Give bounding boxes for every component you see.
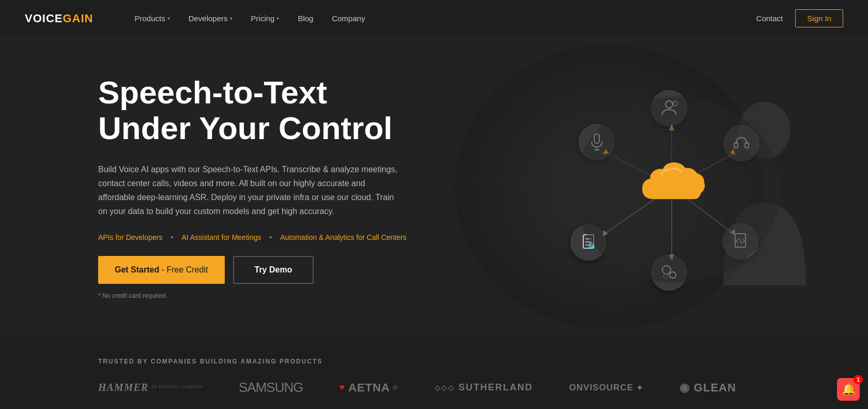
microphone-node <box>579 124 615 160</box>
svg-point-26 <box>670 272 676 278</box>
svg-rect-13 <box>594 134 599 143</box>
hero-quick-links: APIs for Developers • AI Assistant for M… <box>98 233 407 241</box>
svg-point-27 <box>663 274 668 278</box>
hero-section: Speech-to-Text Under Your Control Build … <box>0 37 868 337</box>
hero-title: Speech-to-Text Under Your Control <box>98 75 407 145</box>
nav-item-products[interactable]: Products ▾ <box>134 14 169 23</box>
logo-glean: ◉ Glean <box>679 381 736 395</box>
document-node <box>570 224 607 261</box>
chevron-down-icon: ▾ <box>167 16 170 21</box>
logo-onvisource: OnviSource ✦ <box>569 383 643 393</box>
navbar: VOICEGAIN Products ▾ Developers ▾ Pricin… <box>0 0 868 37</box>
logo-gain: GAIN <box>63 12 93 25</box>
svg-point-17 <box>673 101 677 105</box>
get-started-button[interactable]: Get Started - Free Credit <box>98 256 225 284</box>
get-started-label-strong: Get Started <box>115 265 159 274</box>
no-credit-note: * No credit card required. <box>98 292 407 299</box>
trusted-label: TRUSTED BY COMPANIES BUILDING AMAZING PR… <box>98 358 770 365</box>
chevron-down-icon: ▾ <box>230 16 233 21</box>
trusted-logos: HAMMER An Infosys Company SAMSUNG ♥ aetn… <box>98 380 770 396</box>
svg-point-16 <box>665 101 673 108</box>
cloud-icon <box>628 158 716 217</box>
logo-aetna: ♥ aetna ® <box>339 381 398 395</box>
contact-link[interactable]: Contact <box>756 14 783 23</box>
person-node <box>651 90 687 126</box>
logo-voice: VOICE <box>25 12 63 25</box>
notification-badge[interactable]: 🔔 <box>837 378 860 401</box>
hero-buttons: Get Started - Free Credit Try Demo <box>98 256 407 284</box>
hero-link-apis[interactable]: APIs for Developers <box>98 233 163 241</box>
nav-item-pricing[interactable]: Pricing ▾ <box>251 14 280 23</box>
hero-link-callcenters[interactable]: Automation & Analytics for Call Centers <box>280 233 406 241</box>
trusted-section: TRUSTED BY COMPANIES BUILDING AMAZING PR… <box>0 337 868 409</box>
get-started-label-light: - Free Credit <box>159 265 208 274</box>
logo-samsung: SAMSUNG <box>239 380 303 396</box>
svg-point-30 <box>739 102 791 159</box>
notification-icon: 🔔 <box>842 383 856 396</box>
try-demo-button[interactable]: Try Demo <box>233 256 314 284</box>
nav-item-developers[interactable]: Developers ▾ <box>189 14 233 23</box>
analytics-node <box>651 254 687 291</box>
hero-content: Speech-to-Text Under Your Control Build … <box>98 75 407 299</box>
logo[interactable]: VOICEGAIN <box>25 12 93 25</box>
hero-description: Build Voice AI apps with our Speech-to-T… <box>98 162 403 219</box>
sign-in-button[interactable]: Sign In <box>795 9 843 27</box>
logo-sutherland: ◇◇◇ SUTHERLAND <box>435 382 533 393</box>
nav-item-blog[interactable]: Blog <box>298 14 313 23</box>
logo-hammer: HAMMER An Infosys Company <box>98 382 203 393</box>
chevron-down-icon: ▾ <box>276 16 279 21</box>
nav-links: Products ▾ Developers ▾ Pricing ▾ Blog C… <box>134 14 365 23</box>
hero-link-meetings[interactable]: AI Assistant for Meetings <box>181 233 261 241</box>
hero-illustration <box>548 79 796 296</box>
nav-center: Products ▾ Developers ▾ Pricing ▾ Blog C… <box>93 14 756 23</box>
nav-item-company[interactable]: Company <box>332 14 365 23</box>
svg-point-25 <box>662 266 671 274</box>
nav-right: Contact Sign In <box>756 9 843 27</box>
